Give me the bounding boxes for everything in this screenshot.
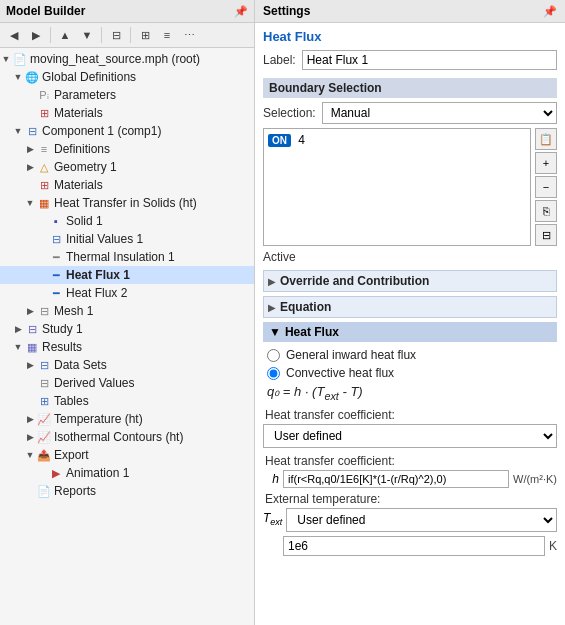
tree-item-export[interactable]: ▼📤Export [0, 446, 254, 464]
tree-label-materials-global: Materials [54, 106, 103, 120]
list-button[interactable]: ≡ [157, 25, 177, 45]
formula-row: q₀ = h · (Text - T) [267, 384, 557, 402]
tree-label-initial1: Initial Values 1 [66, 232, 143, 246]
boundary-remove-btn[interactable]: − [535, 176, 557, 198]
tree-expand-reports [24, 485, 36, 497]
tree-expand-root[interactable]: ▼ [0, 53, 12, 65]
tree-expand-definitions[interactable]: ▶ [24, 143, 36, 155]
boundary-copy-btn[interactable]: ⎘ [535, 200, 557, 222]
panel-pin[interactable]: 📌 [234, 5, 248, 18]
tree-item-isothermal[interactable]: ▶📈Isothermal Contours (ht) [0, 428, 254, 446]
equation-row[interactable]: ▶ Equation [263, 296, 557, 318]
tree-item-datasets[interactable]: ▶⊟Data Sets [0, 356, 254, 374]
tree-icon-export: 📤 [36, 447, 52, 463]
tree-expand-isothermal[interactable]: ▶ [24, 431, 36, 443]
tree-item-reports[interactable]: 📄Reports [0, 482, 254, 500]
ext-temp-input[interactable] [283, 536, 545, 556]
model-builder-toolbar: ◀ ▶ ▲ ▼ ⊟ ⊞ ≡ ⋯ [0, 23, 254, 48]
split-button[interactable]: ⊟ [106, 25, 126, 45]
tree-item-results[interactable]: ▼▦Results [0, 338, 254, 356]
tree-expand-export[interactable]: ▼ [24, 449, 36, 461]
general-radio-label[interactable]: General inward heat flux [286, 348, 416, 362]
tree-item-derived[interactable]: ⊟Derived Values [0, 374, 254, 392]
tree-item-global[interactable]: ▼🌐Global Definitions [0, 68, 254, 86]
tree-item-heatflux2[interactable]: ━Heat Flux 2 [0, 284, 254, 302]
tree-expand-solid1 [36, 215, 48, 227]
tree-label-derived: Derived Values [54, 376, 134, 390]
selection-dropdown[interactable]: Manual All boundaries No boundaries [322, 102, 557, 124]
tree-item-heat-transfer[interactable]: ▼▦Heat Transfer in Solids (ht) [0, 194, 254, 212]
tree-expand-study1[interactable]: ▶ [12, 323, 24, 335]
tree-expand-results[interactable]: ▼ [12, 341, 24, 353]
tree-item-definitions[interactable]: ▶≡Definitions [0, 140, 254, 158]
tree-item-geometry1[interactable]: ▶△Geometry 1 [0, 158, 254, 176]
forward-button[interactable]: ▶ [26, 25, 46, 45]
convective-radio-row: Convective heat flux [263, 366, 557, 380]
tree-item-tables[interactable]: ⊞Tables [0, 392, 254, 410]
tree-item-thermal1[interactable]: ━Thermal Insulation 1 [0, 248, 254, 266]
h-input[interactable] [283, 470, 509, 488]
boundary-settings-btn[interactable]: ⊟ [535, 224, 557, 246]
tree-expand-params [24, 89, 36, 101]
general-radio[interactable] [267, 349, 280, 362]
tree-label-export: Export [54, 448, 89, 462]
tree-item-comp1[interactable]: ▼⊟Component 1 (comp1) [0, 122, 254, 140]
back-button[interactable]: ◀ [4, 25, 24, 45]
convective-radio-label[interactable]: Convective heat flux [286, 366, 394, 380]
down-button[interactable]: ▼ [77, 25, 97, 45]
equation-label: Equation [280, 300, 331, 314]
tree-expand-materials-comp [24, 179, 36, 191]
settings-pin[interactable]: 📌 [543, 5, 557, 18]
toolbar-separator-3 [130, 27, 131, 43]
boundary-add-btn[interactable]: + [535, 152, 557, 174]
tree-label-isothermal: Isothermal Contours (ht) [54, 430, 183, 444]
boundary-paste-btn[interactable]: 📋 [535, 128, 557, 150]
tree-item-initial1[interactable]: ⊟Initial Values 1 [0, 230, 254, 248]
tree-item-params[interactable]: PᵢParameters [0, 86, 254, 104]
tree-expand-heatflux2 [36, 287, 48, 299]
override-contribution-row[interactable]: ▶ Override and Contribution [263, 270, 557, 292]
tree-item-root[interactable]: ▼📄moving_heat_source.mph (root) [0, 50, 254, 68]
tree-expand-temperature[interactable]: ▶ [24, 413, 36, 425]
more-button[interactable]: ⋯ [179, 25, 199, 45]
tree-label-results: Results [42, 340, 82, 354]
label-field-label: Label: [263, 53, 296, 67]
tree-expand-datasets[interactable]: ▶ [24, 359, 36, 371]
tree-label-mesh1: Mesh 1 [54, 304, 93, 318]
tree-label-heat-transfer: Heat Transfer in Solids (ht) [54, 196, 197, 210]
heat-flux-section-header[interactable]: ▼ Heat Flux [263, 322, 557, 342]
label-input[interactable] [302, 50, 557, 70]
tree-item-solid1[interactable]: ▪Solid 1 [0, 212, 254, 230]
tree-item-heatflux1[interactable]: ━Heat Flux 1 [0, 266, 254, 284]
tree-label-study1: Study 1 [42, 322, 83, 336]
formula-text: q₀ = h · (Text - T) [267, 384, 363, 399]
tree-label-comp1: Component 1 (comp1) [42, 124, 161, 138]
tree-item-mesh1[interactable]: ▶⊟Mesh 1 [0, 302, 254, 320]
tree-item-temperature[interactable]: ▶📈Temperature (ht) [0, 410, 254, 428]
tree-icon-mesh1: ⊟ [36, 303, 52, 319]
tree-icon-isothermal: 📈 [36, 429, 52, 445]
tree-expand-geometry1[interactable]: ▶ [24, 161, 36, 173]
up-button[interactable]: ▲ [55, 25, 75, 45]
tree-item-animation1[interactable]: ▶Animation 1 [0, 464, 254, 482]
grid-button[interactable]: ⊞ [135, 25, 155, 45]
tree-expand-global[interactable]: ▼ [12, 71, 24, 83]
tree-item-study1[interactable]: ▶⊟Study 1 [0, 320, 254, 338]
toolbar-separator-1 [50, 27, 51, 43]
tree-expand-comp1[interactable]: ▼ [12, 125, 24, 137]
tree-item-materials-comp[interactable]: ⊞Materials [0, 176, 254, 194]
tree-expand-heat-transfer[interactable]: ▼ [24, 197, 36, 209]
tree-label-params: Parameters [54, 88, 116, 102]
tree-item-materials-global[interactable]: ⊞Materials [0, 104, 254, 122]
tree-expand-heatflux1 [36, 269, 48, 281]
boundary-section: Selection: Manual All boundaries No boun… [263, 102, 557, 264]
ext-temp-dropdown[interactable]: User defined [286, 508, 557, 532]
h-coeff-row: h W/(m²·K) [263, 470, 557, 488]
tree-icon-study1: ⊟ [24, 321, 40, 337]
ht-coeff-dropdown[interactable]: User defined [263, 424, 557, 448]
label-row: Label: [263, 50, 557, 70]
boundary-list[interactable]: ON 4 [263, 128, 531, 246]
tree-expand-mesh1[interactable]: ▶ [24, 305, 36, 317]
model-tree: ▼📄moving_heat_source.mph (root)▼🌐Global … [0, 48, 254, 625]
convective-radio[interactable] [267, 367, 280, 380]
